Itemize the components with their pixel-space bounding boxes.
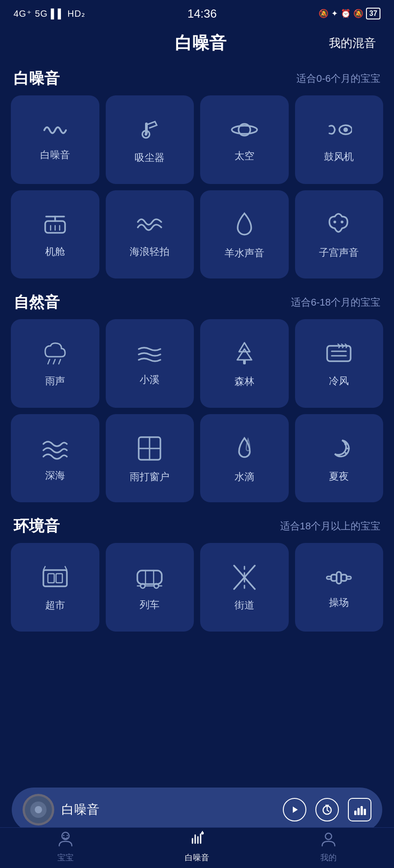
water-drop-icon: [234, 435, 255, 465]
svg-rect-62: [364, 809, 366, 815]
sound-label-train: 列车: [140, 599, 159, 612]
mix-button[interactable]: [348, 798, 371, 821]
sound-label-space: 太空: [235, 150, 254, 163]
wave-icon: [42, 120, 68, 143]
my-mix-button[interactable]: 我的混音: [329, 35, 376, 51]
vacuum-icon: [137, 117, 162, 146]
sound-label-supermarket: 超市: [45, 599, 65, 612]
nav-label-mine: 我的: [320, 852, 337, 863]
sound-card-summer-night[interactable]: 夏夜: [295, 414, 384, 503]
sound-card-cabin[interactable]: 机舱: [11, 190, 99, 279]
sound-card-vacuum[interactable]: 吸尘器: [106, 95, 194, 184]
stream-icon: [136, 343, 163, 368]
svg-point-27: [344, 443, 347, 445]
app-header: 白噪音 我的混音: [0, 27, 394, 64]
train-icon: [136, 565, 164, 593]
sound-label-gym: 操场: [329, 596, 349, 609]
sound-label-ocean-wave: 海浪轻拍: [130, 245, 169, 259]
nav-item-whitenoise[interactable]: 白噪音: [131, 830, 263, 863]
notification-icon: 🔕: [319, 9, 328, 19]
sound-label-vacuum: 吸尘器: [135, 151, 164, 165]
ambient-subtitle: 适合18个月以上的宝宝: [280, 519, 380, 533]
sound-label-cabin: 机舱: [45, 245, 65, 259]
svg-rect-59: [354, 811, 356, 815]
supermarket-icon: [42, 565, 69, 594]
svg-point-65: [67, 835, 68, 836]
nav-label-baby: 宝宝: [57, 852, 74, 863]
sound-label-womb: 子宫声音: [319, 246, 359, 259]
coldwind-icon: [325, 341, 352, 369]
sound-card-train[interactable]: 列车: [106, 543, 194, 632]
sound-card-space[interactable]: 太空: [200, 95, 289, 184]
svg-rect-50: [347, 576, 351, 579]
sound-card-forest[interactable]: 森林: [200, 319, 289, 408]
svg-point-64: [63, 835, 65, 836]
sound-label-street: 街道: [235, 599, 254, 612]
ocean-icon: [136, 213, 163, 240]
svg-point-28: [347, 448, 348, 449]
gym-icon: [325, 567, 353, 591]
svg-point-37: [154, 584, 159, 588]
nav-label-whitenoise: 白噪音: [185, 852, 209, 863]
sound-card-rain[interactable]: 雨声: [11, 319, 99, 408]
sound-card-deep-sea[interactable]: 深海: [11, 414, 99, 503]
sound-card-stream[interactable]: 小溪: [106, 319, 194, 408]
fan-icon: [326, 118, 352, 145]
svg-rect-35: [137, 571, 162, 584]
sound-card-rain-window[interactable]: 雨打窗户: [106, 414, 194, 503]
sound-card-water-drop[interactable]: 水滴: [200, 414, 289, 503]
svg-point-36: [141, 584, 145, 588]
page-title: 白噪音: [72, 32, 329, 55]
nature-subtitle: 适合6-18个月的宝宝: [291, 296, 380, 309]
ambient-title: 环境音: [14, 516, 60, 537]
play-button[interactable]: [283, 798, 306, 821]
sound-card-supermarket[interactable]: 超市: [11, 543, 99, 632]
rain-icon: [42, 341, 69, 369]
volume-icon: 🔕: [353, 9, 363, 19]
ambient-header: 环境音 适合18个月以上的宝宝: [9, 511, 385, 543]
timer-button[interactable]: [315, 798, 339, 821]
ambient-section: 环境音 适合18个月以上的宝宝 超市: [9, 511, 385, 632]
rain-window-icon: [137, 435, 162, 465]
womb-icon: [326, 212, 352, 241]
sound-card-fan[interactable]: 鼓风机: [295, 95, 384, 184]
baby-icon: [57, 830, 74, 850]
bluetooth-icon: ✦: [331, 9, 338, 19]
sound-card-gym[interactable]: 操场: [295, 543, 384, 632]
status-icons: 🔕 ✦ ⏰ 🔕 37: [319, 8, 380, 19]
svg-point-6: [343, 127, 348, 132]
nature-grid: 雨声 小溪: [9, 319, 385, 502]
sound-label-deep-sea: 深海: [45, 469, 65, 482]
sound-card-ocean-wave[interactable]: 海浪轻拍: [106, 190, 194, 279]
sound-card-amniotic[interactable]: 羊水声音: [200, 190, 289, 279]
nav-item-baby[interactable]: 宝宝: [0, 830, 131, 863]
sound-card-street[interactable]: 街道: [200, 543, 289, 632]
whitenoise-nav-icon: [189, 830, 205, 850]
nature-header: 自然音 适合6-18个月的宝宝: [9, 288, 385, 319]
sound-card-white-noise[interactable]: 白噪音: [11, 95, 99, 184]
svg-point-13: [333, 221, 336, 223]
nav-item-mine[interactable]: 我的: [263, 830, 394, 863]
street-icon: [231, 565, 258, 594]
svg-rect-47: [331, 575, 337, 581]
svg-rect-61: [361, 806, 363, 815]
status-signal: 4G⁺ 5G ▌▌ HD₂: [14, 8, 85, 19]
space-icon: [231, 119, 258, 144]
sound-label-summer-night: 夏夜: [329, 470, 349, 483]
sound-card-cold-wind[interactable]: 冷风: [295, 319, 384, 408]
svg-rect-20: [243, 360, 246, 364]
svg-point-29: [345, 452, 347, 454]
white-noise-grid: 白噪音 吸尘器: [9, 95, 385, 278]
nature-title: 自然音: [14, 292, 60, 313]
sound-label-water-drop: 水滴: [235, 471, 254, 484]
status-time: 14:36: [188, 7, 217, 21]
sound-card-womb[interactable]: 子宫声音: [295, 190, 384, 279]
status-bar: 4G⁺ 5G ▌▌ HD₂ 14:36 🔕 ✦ ⏰ 🔕 37: [0, 0, 394, 27]
svg-line-17: [59, 359, 61, 364]
svg-marker-18: [239, 343, 250, 352]
sound-label-rain-window: 雨打窗户: [130, 471, 169, 484]
white-noise-subtitle: 适合0-6个月的宝宝: [296, 72, 380, 85]
main-content: 白噪音 适合0-6个月的宝宝 白噪音: [0, 64, 394, 740]
white-noise-section: 白噪音 适合0-6个月的宝宝 白噪音: [9, 64, 385, 278]
nature-section: 自然音 适合6-18个月的宝宝 雨声: [9, 288, 385, 502]
